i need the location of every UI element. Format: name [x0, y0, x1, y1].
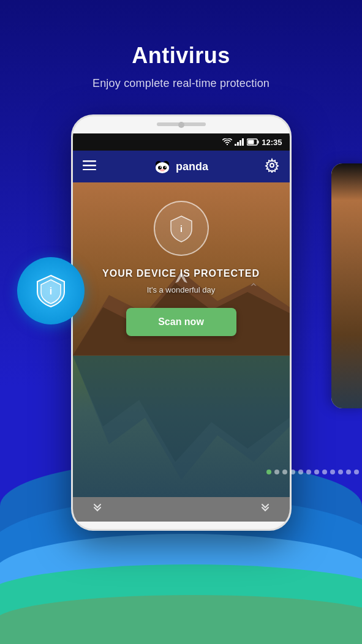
- page-subtitle: Enjoy complete real-time protection: [0, 77, 362, 90]
- secondary-phone-screen: [331, 163, 362, 408]
- screen-shield-icon: i: [166, 213, 197, 244]
- gear-icon: [265, 158, 279, 173]
- svg-rect-5: [242, 138, 244, 146]
- day-message-text: It's a wonderful day: [73, 285, 290, 294]
- battery-icon: [247, 138, 259, 146]
- android-recents-button[interactable]: [241, 525, 266, 531]
- svg-point-19: [165, 167, 166, 168]
- panda-logo-icon: [153, 157, 172, 176]
- status-bar: 12:35: [73, 133, 290, 151]
- dot-1: [266, 470, 271, 474]
- dot-2: [274, 470, 279, 474]
- svg-point-14: [156, 162, 169, 173]
- chevron-double-down-left-icon: [91, 502, 104, 514]
- lake-reflection: [73, 356, 290, 497]
- dot-3: [282, 470, 287, 474]
- left-arrow-down: [91, 502, 104, 517]
- dot-7: [314, 470, 319, 474]
- svg-rect-9: [83, 160, 96, 162]
- status-time: 12:35: [262, 138, 282, 147]
- wave-layer-5: [0, 595, 362, 644]
- settings-button[interactable]: [265, 158, 279, 175]
- svg-point-15: [158, 166, 162, 170]
- svg-point-18: [160, 167, 161, 168]
- page-title: Antivirus: [0, 43, 362, 69]
- svg-point-1: [227, 144, 228, 145]
- shield-badge-icon: i: [32, 272, 69, 309]
- svg-rect-3: [237, 142, 239, 146]
- signal-icon: [235, 138, 244, 146]
- chevron-double-down-right-icon: [259, 502, 271, 514]
- app-screen: i YOUR DEVICE IS PROTECTED It's a wonder…: [73, 182, 290, 497]
- phone-camera: [178, 122, 184, 128]
- dot-11: [346, 470, 351, 474]
- svg-rect-10: [83, 165, 96, 167]
- wifi-icon: [222, 138, 232, 146]
- svg-point-16: [163, 166, 167, 170]
- page-dots-indicator: [266, 470, 362, 474]
- device-status-text: YOUR DEVICE IS PROTECTED: [73, 268, 290, 279]
- app-nav-bar[interactable]: panda: [73, 151, 290, 182]
- svg-text:i: i: [50, 286, 52, 296]
- android-back-button[interactable]: [97, 525, 121, 531]
- hamburger-icon: [83, 160, 96, 170]
- svg-point-17: [160, 169, 165, 171]
- svg-rect-2: [235, 144, 236, 146]
- svg-rect-11: [83, 169, 96, 170]
- dot-12: [354, 470, 359, 474]
- shield-badge: i: [17, 257, 85, 324]
- header-section: Antivirus Enjoy complete real-time prote…: [0, 0, 362, 90]
- lake-area: [73, 356, 290, 497]
- hamburger-menu-button[interactable]: [83, 160, 96, 173]
- dot-5: [298, 470, 303, 474]
- svg-text:i: i: [180, 224, 183, 234]
- dot-9: [330, 470, 335, 474]
- dot-8: [322, 470, 327, 474]
- screen-shield-circle: i: [154, 201, 209, 256]
- svg-rect-7: [258, 141, 259, 144]
- dot-4: [290, 470, 295, 474]
- bottom-arrows-bar: [73, 497, 290, 522]
- app-logo: panda: [153, 157, 208, 176]
- dot-6: [306, 470, 311, 474]
- app-logo-text: panda: [176, 160, 208, 173]
- android-home-button[interactable]: [169, 525, 194, 531]
- svg-point-20: [270, 163, 274, 167]
- right-arrow-down: [259, 502, 271, 517]
- android-nav-bar[interactable]: [73, 522, 290, 531]
- secondary-phone: [331, 163, 362, 408]
- svg-rect-4: [239, 140, 241, 146]
- phone-physical-top: [73, 116, 290, 133]
- svg-rect-8: [248, 140, 254, 144]
- primary-phone: 12:35: [71, 114, 292, 531]
- dot-10: [338, 470, 343, 474]
- scan-now-button[interactable]: Scan now: [126, 308, 236, 336]
